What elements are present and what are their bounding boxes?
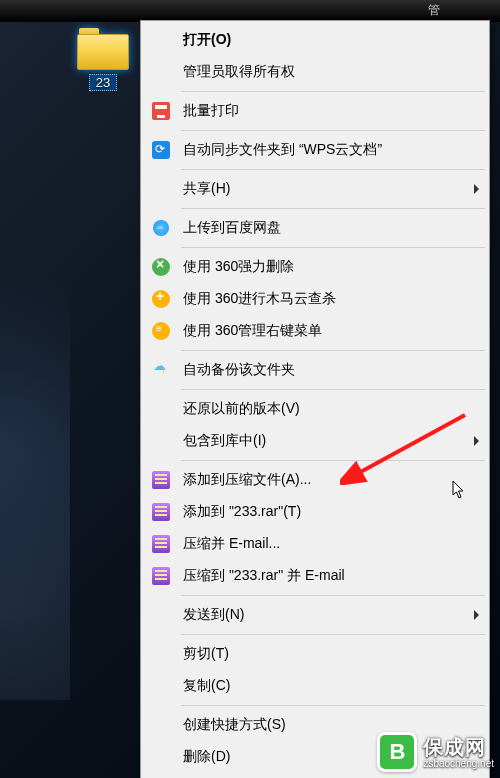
menu-separator — [181, 705, 485, 706]
watermark-url: zsbaocheng.net — [423, 758, 494, 769]
menu-item-label: 添加到 "233.rar"(T) — [183, 503, 479, 521]
blank-icon — [147, 603, 175, 627]
rar-icon — [147, 564, 175, 588]
menu-item-include-lib[interactable]: 包含到库中(I) — [143, 425, 487, 457]
rar-icon — [147, 468, 175, 492]
menu-item-sync-wps[interactable]: 自动同步文件夹到 “WPS云文档” — [143, 134, 487, 166]
360scan-icon — [147, 287, 175, 311]
menu-item-zip-233-email[interactable]: 压缩到 "233.rar" 并 E-mail — [143, 560, 487, 592]
menu-item-360-scan[interactable]: 使用 360进行木马云查杀 — [143, 283, 487, 315]
menu-item-label: 压缩并 E-mail... — [183, 535, 479, 553]
folder-label: 23 — [89, 74, 117, 91]
menu-item-label: 压缩到 "233.rar" 并 E-mail — [183, 567, 479, 585]
menu-item-label: 自动同步文件夹到 “WPS云文档” — [183, 141, 479, 159]
menu-item-add-233[interactable]: 添加到 "233.rar"(T) — [143, 496, 487, 528]
menu-item-label: 发送到(N) — [183, 606, 474, 624]
sync-icon — [147, 138, 175, 162]
rar-icon — [147, 500, 175, 524]
menu-item-rename[interactable]: 重命名(M) — [143, 773, 487, 778]
window-titlebar: 管 — [0, 0, 500, 22]
menu-item-label: 共享(H) — [183, 180, 474, 198]
watermark-badge: B — [377, 732, 417, 772]
menu-item-360-menu[interactable]: 使用 360管理右键菜单 — [143, 315, 487, 347]
360del-icon — [147, 255, 175, 279]
desktop-folder-233[interactable]: 23 — [72, 28, 134, 91]
menu-separator — [181, 247, 485, 248]
menu-separator — [181, 208, 485, 209]
submenu-arrow-icon — [474, 184, 479, 194]
menu-item-label: 管理员取得所有权 — [183, 63, 479, 81]
menu-item-label: 自动备份该文件夹 — [183, 361, 479, 379]
menu-separator — [181, 130, 485, 131]
desktop-background: 管 23 打开(O)管理员取得所有权批量打印自动同步文件夹到 “WPS云文档”共… — [0, 0, 500, 778]
menu-item-admin-own[interactable]: 管理员取得所有权 — [143, 56, 487, 88]
menu-item-label: 上传到百度网盘 — [183, 219, 479, 237]
blank-icon — [147, 429, 175, 453]
menu-item-label: 剪切(T) — [183, 645, 479, 663]
watermark: B 保成网 zsbaocheng.net — [377, 732, 494, 772]
menu-item-label: 使用 360进行木马云查杀 — [183, 290, 479, 308]
blank-icon — [147, 28, 175, 52]
menu-item-restore-prev[interactable]: 还原以前的版本(V) — [143, 393, 487, 425]
printer-icon — [147, 99, 175, 123]
menu-separator — [181, 634, 485, 635]
menu-item-share[interactable]: 共享(H) — [143, 173, 487, 205]
menu-separator — [181, 460, 485, 461]
menu-item-label: 还原以前的版本(V) — [183, 400, 479, 418]
baidu-icon — [147, 216, 175, 240]
menu-separator — [181, 389, 485, 390]
blank-icon — [147, 397, 175, 421]
submenu-arrow-icon — [474, 610, 479, 620]
blank-icon — [147, 177, 175, 201]
menu-item-copy[interactable]: 复制(C) — [143, 670, 487, 702]
menu-item-send-to[interactable]: 发送到(N) — [143, 599, 487, 631]
rar-icon — [147, 532, 175, 556]
context-menu: 打开(O)管理员取得所有权批量打印自动同步文件夹到 “WPS云文档”共享(H)上… — [140, 20, 490, 778]
menu-item-label: 复制(C) — [183, 677, 479, 695]
menu-item-label: 批量打印 — [183, 102, 479, 120]
menu-item-zip-email[interactable]: 压缩并 E-mail... — [143, 528, 487, 560]
titlebar-tab-label: 管 — [428, 2, 440, 19]
menu-item-label: 添加到压缩文件(A)... — [183, 471, 479, 489]
menu-item-label: 包含到库中(I) — [183, 432, 474, 450]
menu-item-label: 使用 360管理右键菜单 — [183, 322, 479, 340]
blank-icon — [147, 60, 175, 84]
menu-item-label: 打开(O) — [183, 31, 479, 49]
menu-separator — [181, 595, 485, 596]
menu-item-baidu-upload[interactable]: 上传到百度网盘 — [143, 212, 487, 244]
folder-icon — [77, 28, 129, 70]
menu-separator — [181, 91, 485, 92]
menu-item-360-del[interactable]: 使用 360强力删除 — [143, 251, 487, 283]
watermark-title: 保成网 — [423, 736, 486, 758]
watermark-badge-letter: B — [389, 739, 405, 765]
blank-icon — [147, 713, 175, 737]
menu-item-cut[interactable]: 剪切(T) — [143, 638, 487, 670]
menu-item-open[interactable]: 打开(O) — [143, 24, 487, 56]
menu-separator — [181, 350, 485, 351]
menu-item-label: 使用 360强力删除 — [183, 258, 479, 276]
menu-item-auto-backup[interactable]: 自动备份该文件夹 — [143, 354, 487, 386]
menu-item-add-archive[interactable]: 添加到压缩文件(A)... — [143, 464, 487, 496]
menu-separator — [181, 169, 485, 170]
submenu-arrow-icon — [474, 436, 479, 446]
blank-icon — [147, 745, 175, 769]
backup-icon — [147, 358, 175, 382]
menu-item-batch-print[interactable]: 批量打印 — [143, 95, 487, 127]
blank-icon — [147, 674, 175, 698]
360menu-icon — [147, 319, 175, 343]
blank-icon — [147, 642, 175, 666]
